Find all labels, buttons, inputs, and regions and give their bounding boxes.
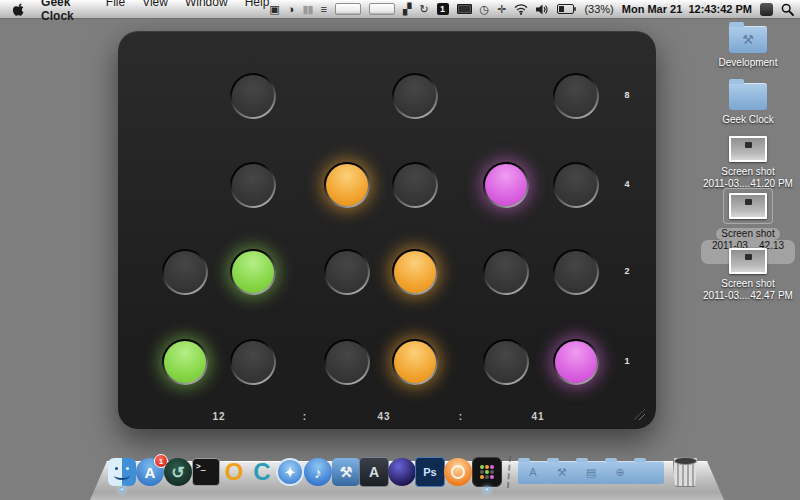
orange-app-icon[interactable]	[443, 457, 473, 487]
sync-icon[interactable]: ↻	[419, 4, 428, 15]
geek-clock-window[interactable]: 8421 12 : 43 : 41	[118, 31, 656, 429]
dark-app-icon[interactable]	[760, 3, 773, 16]
menu-window[interactable]: Window	[185, 0, 228, 23]
led-r8-c2-off[interactable]	[230, 73, 276, 119]
led-r1-c6-second[interactable]	[553, 339, 599, 385]
screenshot-preview	[731, 195, 765, 217]
window-resize-grip[interactable]	[634, 409, 645, 420]
paused-bars-icon[interactable]: ▮▮	[302, 4, 312, 15]
half-circle-icon[interactable]: ◑	[288, 4, 295, 15]
geek-clock-dots	[480, 465, 484, 469]
minutes-readout: 43	[377, 411, 390, 422]
led-r2-c6-off[interactable]	[553, 249, 599, 295]
crosshair-icon[interactable]: ✛	[497, 4, 506, 15]
spotlight-search-icon[interactable]	[781, 3, 794, 16]
led-r2-c2-hour[interactable]	[230, 249, 276, 295]
time-machine-icon-glyph: ↺	[164, 458, 192, 486]
led-r8-c4-off[interactable]	[392, 73, 438, 119]
eclipse-icon-glyph	[388, 458, 416, 486]
led-r4-c5-second[interactable]	[483, 162, 529, 208]
xcode-icon[interactable]: ⚒	[331, 457, 361, 487]
battery-percent[interactable]: (33%)	[584, 3, 613, 15]
led-r4-c2-off[interactable]	[230, 162, 276, 208]
photoshop-icon[interactable]: Ps	[415, 457, 445, 487]
safari-icon[interactable]: ✦	[275, 457, 305, 487]
row-label-8: 8	[616, 90, 638, 100]
led-r1-c3-off[interactable]	[324, 339, 370, 385]
desktop: { "menu_bar": { "app_menus": ["Geek Cloc…	[0, 0, 800, 500]
led-r2-c3-off[interactable]	[324, 249, 370, 295]
led-r1-c4-minute[interactable]	[392, 339, 438, 385]
safari-icon-glyph: ✦	[276, 458, 304, 486]
menu-help[interactable]: Help	[245, 0, 270, 23]
istat-icon[interactable]: ▞	[403, 4, 411, 15]
folder-emblem-icon: ⊕	[615, 466, 624, 479]
menu-view[interactable]: View	[142, 0, 168, 23]
led-r1-c1-hour[interactable]	[162, 339, 208, 385]
sites-folder-icon[interactable]: ⊕	[605, 457, 635, 487]
developer-folder-icon-glyph: ⚒	[547, 461, 577, 484]
development-folder-glyph: ⚒	[729, 26, 767, 53]
led-r2-c4-minute[interactable]	[392, 249, 438, 295]
windows-icon[interactable]: ▣	[269, 4, 279, 15]
camino-icon-glyph: C	[248, 458, 276, 486]
running-indicator	[120, 487, 125, 492]
widget-icon-2[interactable]	[369, 3, 395, 15]
led-r8-c6-off[interactable]	[553, 73, 599, 119]
led-r1-c5-off[interactable]	[483, 339, 529, 385]
app-menus: Geek ClockFileViewWindowHelp	[41, 0, 269, 23]
dev-app-icon[interactable]: A	[359, 457, 389, 487]
led-r2-c1-off[interactable]	[162, 249, 208, 295]
led-r4-c3-minute[interactable]	[324, 162, 370, 208]
time-machine-menu-icon[interactable]: ◷	[480, 4, 490, 15]
downloads-folder-icon[interactable]	[634, 457, 664, 487]
one-badge-icon[interactable]: 1	[437, 3, 449, 15]
meter-icon[interactable]: ≡	[321, 4, 327, 15]
terminal-icon-glyph: >_	[192, 458, 220, 486]
seconds-readout: 41	[531, 411, 544, 422]
dock-separator-line	[507, 456, 513, 488]
trash-icon[interactable]	[670, 457, 700, 487]
xcode-icon-glyph: ⚒	[332, 458, 360, 486]
opera-icon[interactable]: O	[219, 457, 249, 487]
menu-bar-left: Geek ClockFileViewWindowHelp	[12, 0, 269, 23]
wifi-icon[interactable]	[514, 4, 528, 15]
hours-readout: 12	[212, 411, 225, 422]
app-store-icon[interactable]: A1	[135, 457, 165, 487]
geek-clock-folder-label: Geek Clock	[722, 114, 774, 126]
geek-clock-folder[interactable]: Geek Clock	[701, 83, 795, 126]
documents-folder-icon[interactable]: ▤	[576, 457, 606, 487]
development-folder[interactable]: ⚒Development	[701, 26, 795, 69]
led-r1-c2-off[interactable]	[230, 339, 276, 385]
development-folder-label: Development	[719, 57, 778, 69]
eclipse-icon[interactable]	[387, 457, 417, 487]
screenshot-1[interactable]: Screen shot2011-03....41.20 PM	[701, 136, 795, 190]
camino-icon[interactable]: C	[247, 457, 277, 487]
battery-icon[interactable]	[557, 4, 576, 14]
screenshot-3-thumbnail	[729, 248, 767, 274]
terminal-icon[interactable]: >_	[191, 457, 221, 487]
developer-folder-icon[interactable]: ⚒	[547, 457, 577, 487]
led-r4-c4-off[interactable]	[392, 162, 438, 208]
time-separator: :	[303, 411, 307, 422]
applications-folder-icon[interactable]: A	[518, 457, 548, 487]
menu-bar-status: ▣◑▮▮≡▞↻1◷✛ (33%) Mon Mar 21 12:43:42 PM	[269, 3, 794, 16]
downloads-folder-icon-glyph	[634, 461, 664, 484]
menu-file[interactable]: File	[106, 0, 125, 23]
menu-geek-clock[interactable]: Geek Clock	[41, 0, 89, 23]
time-machine-icon[interactable]: ↺	[163, 457, 193, 487]
photoshop-icon-glyph: Ps	[415, 457, 445, 487]
screenshot-2-thumbnail	[729, 193, 767, 219]
screenshot-1-thumbnail	[729, 136, 767, 162]
finder-icon[interactable]	[107, 457, 137, 487]
display-icon[interactable]	[457, 4, 472, 14]
led-r2-c5-off[interactable]	[483, 249, 529, 295]
widget-icon-1[interactable]	[335, 3, 361, 15]
led-r4-c6-off[interactable]	[553, 162, 599, 208]
itunes-icon[interactable]: ♪	[303, 457, 333, 487]
apple-menu-icon[interactable]	[12, 2, 24, 17]
screenshot-preview	[731, 250, 765, 272]
volume-icon[interactable]	[536, 4, 549, 15]
menu-bar-clock[interactable]: Mon Mar 21 12:43:42 PM	[622, 3, 752, 15]
screenshot-3[interactable]: Screen shot2011-03....42.47 PM	[701, 248, 795, 302]
